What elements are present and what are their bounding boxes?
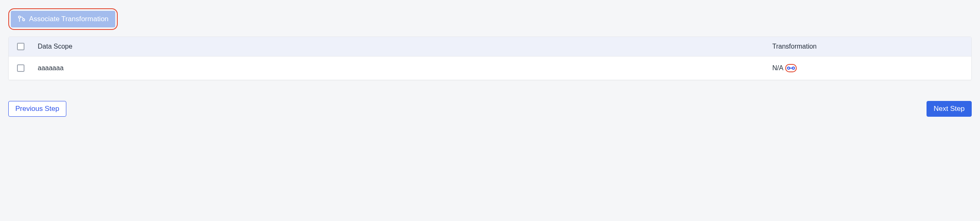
next-step-button[interactable]: Next Step (927, 101, 972, 117)
table-header-row: Data Scope Transformation (9, 37, 971, 56)
row-checkbox[interactable] (17, 64, 24, 72)
previous-step-button[interactable]: Previous Step (8, 101, 66, 117)
associate-transformation-button[interactable]: Associate Transformation (11, 11, 115, 27)
link-icon (17, 15, 26, 23)
row-link-highlight (785, 64, 797, 72)
data-scope-table: Data Scope Transformation aaaaaaa N/A (8, 37, 972, 80)
footer-nav: Previous Step Next Step (8, 101, 972, 117)
header-data-scope: Data Scope (38, 43, 772, 50)
row-transformation-value: N/A (772, 64, 784, 72)
header-transformation: Transformation (772, 43, 963, 50)
row-checkbox-cell (17, 64, 38, 72)
row-transformation-cell: N/A (772, 64, 963, 72)
toolbar: Associate Transformation (8, 8, 972, 30)
select-all-checkbox[interactable] (17, 43, 24, 50)
associate-transformation-label: Associate Transformation (29, 15, 109, 23)
header-checkbox-cell (17, 43, 38, 50)
table-row: aaaaaaa N/A (9, 56, 971, 80)
link-icon[interactable] (787, 65, 795, 71)
row-data-scope: aaaaaaa (38, 64, 772, 72)
associate-highlight: Associate Transformation (8, 8, 118, 30)
